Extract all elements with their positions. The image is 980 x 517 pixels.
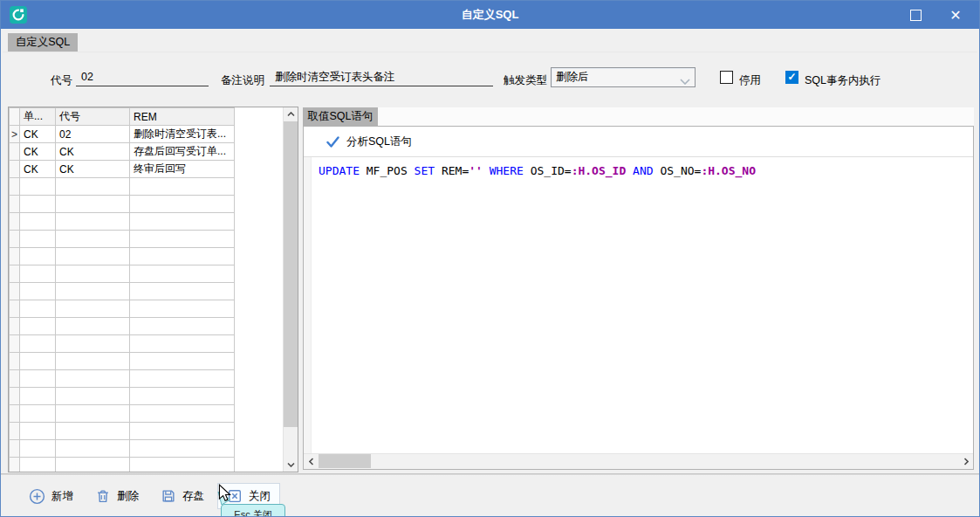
chevron-up-icon (287, 112, 295, 117)
save-button-label: 存盘 (182, 489, 204, 504)
trigger-type-label: 触发类型 (504, 73, 547, 88)
tab-custom-sql[interactable]: 自定义SQL (8, 33, 78, 52)
column-header-rem[interactable]: REM (130, 108, 235, 126)
table-cell[interactable]: CK (20, 161, 56, 178)
table-cell[interactable]: CK (20, 143, 56, 161)
scroll-left-button[interactable] (304, 454, 319, 468)
table-row-empty[interactable] (10, 335, 235, 353)
check-icon (326, 136, 339, 148)
editor-gutter (304, 157, 312, 454)
maximize-button[interactable] (897, 1, 934, 29)
column-header-doc[interactable]: 单... (20, 108, 56, 126)
table-row-empty[interactable] (10, 178, 235, 196)
scroll-right-button[interactable] (958, 454, 973, 468)
table-cell[interactable]: 存盘后回写受订单... (130, 143, 235, 161)
code-input[interactable]: 02 (76, 67, 209, 86)
row-indicator-header (10, 108, 20, 126)
remark-input[interactable]: 删除时清空受订表头备注 (270, 67, 493, 86)
chevron-right-icon (963, 458, 969, 465)
trigger-type-select[interactable]: 删除后 (551, 67, 696, 87)
grid-body: >CK02删除时清空受订表...CKCK存盘后回写受订单...CKCK终审后回写 (10, 126, 235, 473)
disable-label: 停用 (739, 73, 761, 88)
table-row-empty[interactable] (10, 440, 235, 458)
chevron-left-icon (309, 458, 314, 465)
table-row-empty[interactable] (10, 458, 235, 473)
current-row-indicator (10, 161, 20, 178)
table-row-empty[interactable] (10, 423, 235, 440)
add-button-label: 新增 (51, 489, 73, 504)
table-row-empty[interactable] (10, 265, 235, 283)
save-button[interactable]: 存盘 (152, 483, 213, 509)
sql-scrollbar-thumb[interactable] (319, 454, 371, 468)
disable-checkbox[interactable] (720, 71, 733, 84)
chevron-down-icon (680, 75, 690, 87)
table-cell[interactable]: 删除时清空受订表... (130, 126, 235, 143)
table-cell[interactable]: CK (56, 161, 130, 178)
table-row-empty[interactable] (10, 231, 235, 248)
table-row-empty[interactable] (10, 248, 235, 265)
form-panel: 代号 02 备注说明 删除时清空受订表头备注 触发类型 删除后 停用 SQL事务… (3, 52, 977, 107)
table-row[interactable]: >CK02删除时清空受订表... (10, 126, 235, 143)
table-row-empty[interactable] (10, 388, 235, 405)
close-icon: ✕ (949, 7, 961, 24)
table-cell[interactable]: CK (20, 126, 56, 143)
mouse-cursor (218, 484, 231, 506)
table-row-empty[interactable] (10, 283, 235, 300)
sql-editor-panel: 分析SQL语句 UPDATE MF_POS SET REM='' WHERE O… (303, 126, 974, 470)
table-row[interactable]: CKCK终审后回写 (10, 161, 235, 178)
table-cell[interactable]: 终审后回写 (130, 161, 235, 178)
scroll-down-button[interactable] (284, 458, 298, 472)
sql-horizontal-scrollbar[interactable] (304, 453, 973, 469)
grid-scrollbar-thumb[interactable] (284, 121, 298, 427)
table-row-empty[interactable] (10, 353, 235, 370)
sql-tabstrip-filler (378, 107, 974, 126)
custom-sql-dialog: 自定义SQL ✕ 自定义SQL 代号 02 备注说明 删除时清空受订表头备注 触… (0, 0, 980, 517)
tab-sql-statement[interactable]: 取值SQL语句 (303, 107, 378, 126)
grid-vertical-scrollbar[interactable] (283, 107, 298, 472)
close-action-label: 关闭 (249, 489, 271, 504)
records-grid-panel: 单... 代号 REM >CK02删除时清空受订表...CKCK存盘后回写受订单… (8, 107, 298, 472)
grid-header-row: 单... 代号 REM (10, 108, 235, 126)
code-label: 代号 (51, 73, 72, 88)
window-title: 自定义SQL (1, 1, 979, 29)
add-button[interactable]: 新增 (20, 483, 82, 509)
delete-button[interactable]: 删除 (86, 483, 147, 509)
analyze-sql-button[interactable]: 分析SQL语句 (326, 133, 412, 150)
trigger-type-value: 删除后 (556, 70, 589, 85)
table-row-empty[interactable] (10, 196, 235, 213)
column-header-code[interactable]: 代号 (56, 108, 130, 126)
trash-icon (95, 488, 111, 505)
current-row-indicator (10, 143, 20, 161)
table-cell[interactable]: 02 (56, 126, 130, 143)
delete-button-label: 删除 (117, 489, 139, 504)
table-row-empty[interactable] (10, 213, 235, 231)
remark-label: 备注说明 (221, 73, 264, 88)
sql-transaction-checkbox[interactable] (785, 71, 798, 84)
sql-transaction-label: SQL事务内执行 (805, 73, 881, 88)
close-button[interactable]: ✕ (937, 1, 974, 29)
sql-editor-toolbar: 分析SQL语句 (304, 127, 973, 157)
scroll-up-button[interactable] (284, 107, 298, 121)
titlebar: 自定义SQL ✕ (1, 1, 979, 29)
sql-line[interactable]: UPDATE MF_POS SET REM='' WHERE OS_ID=:H.… (319, 164, 756, 177)
table-row-empty[interactable] (10, 370, 235, 388)
table-row-empty[interactable] (10, 318, 235, 335)
analyze-sql-label: 分析SQL语句 (346, 134, 412, 149)
current-row-indicator: > (10, 126, 20, 143)
table-row-empty[interactable] (10, 405, 235, 423)
plus-circle-icon (29, 488, 45, 505)
table-row[interactable]: CKCK存盘后回写受订单... (10, 143, 235, 161)
table-cell[interactable]: CK (56, 143, 130, 161)
table-row-empty[interactable] (10, 300, 235, 318)
bottom-toolbar: 新增 删除 存盘 关闭 (1, 476, 979, 516)
chevron-down-icon (287, 462, 295, 467)
records-grid[interactable]: 单... 代号 REM >CK02删除时清空受订表...CKCK存盘后回写受订单… (9, 107, 235, 472)
floppy-disk-icon (161, 488, 176, 504)
maximize-icon (910, 10, 922, 21)
